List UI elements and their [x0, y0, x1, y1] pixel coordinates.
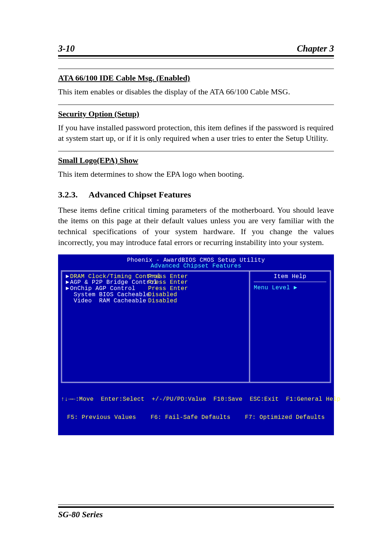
bios-main-panel: ►DRAM Clock/Timing ControlPress Enter►AG…: [62, 272, 250, 382]
page-number: 3-10: [58, 44, 75, 54]
submenu-arrow-icon: ►: [66, 286, 70, 292]
bios-frame: ►DRAM Clock/Timing ControlPress Enter►AG…: [61, 270, 331, 383]
bios-menu-row[interactable]: ►DRAM Clock/Timing ControlPress Enter: [66, 274, 245, 280]
bios-footer-line2: F5: Previous Values F6: Fail-Safe Defaul…: [61, 415, 331, 421]
bios-row-value: Disabled: [148, 292, 177, 298]
subsection-number: 3.2.3.: [58, 190, 78, 200]
bios-screenshot: Phoenix - AwardBIOS CMOS Setup Utility A…: [58, 254, 334, 435]
item-title: ATA 66/100 IDE Cable Msg. (Enabled): [58, 73, 334, 83]
chapter-label: Chapter 3: [297, 44, 334, 54]
bios-row-value: Press Enter: [148, 274, 188, 280]
bios-row-value: Press Enter: [148, 279, 188, 286]
submenu-arrow-icon: ►: [66, 274, 70, 280]
submenu-arrow-icon: ►: [66, 279, 70, 286]
item-title: Small Logo(EPA) Show: [58, 156, 334, 165]
section-rule: [58, 151, 334, 151]
bios-row-value: Press Enter: [148, 286, 188, 292]
subsection-heading: 3.2.3. Advanced Chipset Features: [58, 190, 334, 200]
section-rule: [58, 69, 334, 69]
bios-title: Phoenix - AwardBIOS CMOS Setup Utility: [61, 257, 331, 263]
bios-row-label: DRAM Clock/Timing Control: [70, 274, 148, 280]
item-section: ATA 66/100 IDE Cable Msg. (Enabled) This…: [58, 69, 334, 97]
bios-side-header: Item Help: [254, 274, 326, 282]
bios-row-label: System BIOS Cacheable: [70, 292, 148, 298]
bios-menu-row[interactable]: ►AGP & P2P Bridge ControlPress Enter: [66, 279, 245, 286]
footer-series: SG-80 Series: [58, 510, 334, 519]
item-title: Security Option (Setup): [58, 109, 334, 119]
bios-row-label: OnChip AGP Control: [70, 286, 148, 292]
bios-menu-row[interactable]: System BIOS CacheableDisabled: [66, 292, 245, 298]
item-section: Small Logo(EPA) Show This item determine…: [58, 151, 334, 180]
bios-subtitle: Advanced Chipset Features: [61, 263, 331, 270]
header-rule: [58, 55, 334, 58]
bios-row-label: AGP & P2P Bridge Control: [70, 279, 148, 286]
submenu-arrow-icon: [66, 298, 70, 304]
item-body: This item determines to show the EPA log…: [58, 169, 334, 180]
bios-menu-row[interactable]: ►OnChip AGP ControlPress Enter: [66, 286, 245, 292]
item-body: This item enables or disables the displa…: [58, 86, 334, 97]
page-footer: SG-80 Series: [58, 502, 334, 519]
item-section: Security Option (Setup) If you have inst…: [58, 105, 334, 144]
subsection-title: Advanced Chipset Features: [89, 190, 191, 200]
bios-footer-line1: ↑↓→←:Move Enter:Select +/-/PU/PD:Value F…: [61, 396, 331, 403]
page-header: 3-10 Chapter 3: [58, 44, 334, 54]
footer-rule: [58, 505, 334, 508]
bios-footer: ↑↓→←:Move Enter:Select +/-/PU/PD:Value F…: [61, 383, 331, 434]
submenu-arrow-icon: [66, 292, 70, 298]
bios-side-panel: Item Help Menu Level ►: [250, 272, 330, 382]
section-rule: [58, 105, 334, 105]
item-body: If you have installed password protectio…: [58, 122, 334, 144]
subsection-body: These items define critical timing param…: [58, 205, 334, 248]
bios-row-label: Video RAM Cacheable: [70, 298, 148, 304]
bios-row-value: Disabled: [148, 298, 177, 304]
bios-menu-row[interactable]: Video RAM CacheableDisabled: [66, 298, 245, 304]
bios-menu-level: Menu Level ►: [254, 285, 326, 291]
